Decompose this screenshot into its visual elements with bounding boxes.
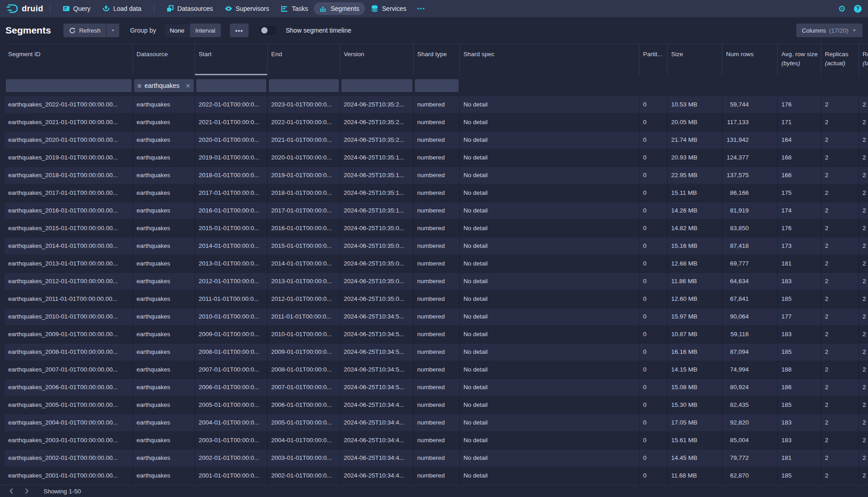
cell-segment_id[interactable]: earthquakes_2010-01-01T00:00:00.00... xyxy=(5,308,133,326)
cell-end[interactable]: 2009-01-01T00:00:0... xyxy=(268,343,340,361)
cell-replicas[interactable]: 2 xyxy=(821,237,859,255)
nav-item-load-data[interactable]: Load data xyxy=(97,2,147,15)
cell-replicas[interactable]: 2 xyxy=(821,149,859,167)
cell-shard_spec[interactable]: No detail xyxy=(460,114,639,131)
cell-version[interactable]: 2024-06-25T10:34:5... xyxy=(340,326,414,343)
cell-replicas[interactable]: 2 xyxy=(821,167,859,184)
table-row[interactable]: earthquakes_2007-01-01T00:00:00.00...ear… xyxy=(5,361,868,379)
cell-version[interactable]: 2024-06-25T10:35:2... xyxy=(340,96,414,114)
cell-end[interactable]: 2004-01-01T00:00:0... xyxy=(268,432,340,449)
cell-version[interactable]: 2024-06-25T10:35:0... xyxy=(340,237,414,255)
cell-avg_row_size[interactable]: 188 xyxy=(778,361,821,379)
cell-replicas[interactable]: 2 xyxy=(821,361,859,379)
cell-num_rows[interactable]: 87,418 xyxy=(722,237,778,255)
cell-partition[interactable]: 0 xyxy=(639,290,668,308)
cell-datasource[interactable]: earthquakes xyxy=(133,131,195,149)
cell-version[interactable]: 2024-06-25T10:34:4... xyxy=(340,432,414,449)
nav-item-datasources[interactable]: Datasources xyxy=(161,2,219,15)
refresh-caret-button[interactable] xyxy=(107,24,119,37)
cell-size[interactable]: 14.15 MB xyxy=(668,361,722,379)
table-row[interactable]: earthquakes_2011-01-01T00:00:00.00...ear… xyxy=(5,290,868,308)
cell-size[interactable]: 20.05 MB xyxy=(668,114,722,131)
cell-shard_spec[interactable]: No detail xyxy=(460,467,639,485)
cell-replication_factor[interactable]: 2 xyxy=(859,290,868,308)
cell-size[interactable]: 11.68 MB xyxy=(668,467,722,485)
cell-end[interactable]: 2022-01-01T00:00:0... xyxy=(268,114,340,131)
cell-replication_factor[interactable]: 2 xyxy=(859,361,868,379)
cell-avg_row_size[interactable]: 183 xyxy=(778,414,821,432)
cell-num_rows[interactable]: 137,575 xyxy=(722,167,778,184)
cell-shard_spec[interactable]: No detail xyxy=(460,379,639,396)
cell-start[interactable]: 2012-01-01T00:00:0... xyxy=(195,273,268,290)
cell-num_rows[interactable]: 124,377 xyxy=(722,149,778,167)
cell-start[interactable]: 2011-01-01T00:00:0... xyxy=(195,290,268,308)
cell-datasource[interactable]: earthquakes xyxy=(133,396,195,414)
cell-avg_row_size[interactable]: 185 xyxy=(778,290,821,308)
cell-segment_id[interactable]: earthquakes_2015-01-01T00:00:00.00... xyxy=(5,220,133,237)
cell-datasource[interactable]: earthquakes xyxy=(133,414,195,432)
cell-replicas[interactable]: 2 xyxy=(821,290,859,308)
cell-shard_type[interactable]: numbered xyxy=(414,255,460,273)
nav-item-services[interactable]: Services xyxy=(365,2,412,15)
cell-version[interactable]: 2024-06-25T10:35:0... xyxy=(340,290,414,308)
cell-avg_row_size[interactable]: 181 xyxy=(778,255,821,273)
cell-datasource[interactable]: earthquakes xyxy=(133,308,195,326)
cell-size[interactable]: 14.26 MB xyxy=(668,202,722,220)
cell-start[interactable]: 2006-01-01T00:00:0... xyxy=(195,379,268,396)
column-header-avg_row_size[interactable]: Avg. row size(bytes) xyxy=(778,44,821,75)
cell-version[interactable]: 2024-06-25T10:35:0... xyxy=(340,273,414,290)
cell-replicas[interactable]: 2 xyxy=(821,202,859,220)
column-header-start[interactable]: Start xyxy=(195,44,268,75)
cell-size[interactable]: 16.16 MB xyxy=(668,343,722,361)
cell-end[interactable]: 2013-01-01T00:00:0... xyxy=(268,273,340,290)
cell-end[interactable]: 2018-01-01T00:00:0... xyxy=(268,184,340,202)
cell-replicas[interactable]: 2 xyxy=(821,96,859,114)
cell-shard_spec[interactable]: No detail xyxy=(460,343,639,361)
cell-shard_spec[interactable]: No detail xyxy=(460,432,639,449)
cell-datasource[interactable]: earthquakes xyxy=(133,237,195,255)
cell-segment_id[interactable]: earthquakes_2006-01-01T00:00:00.00... xyxy=(5,379,133,396)
cell-start[interactable]: 2019-01-01T00:00:0... xyxy=(195,149,268,167)
cell-replication_factor[interactable]: 2 xyxy=(859,96,868,114)
table-row[interactable]: earthquakes_2012-01-01T00:00:00.00...ear… xyxy=(5,273,868,290)
filter-input-datasource[interactable]: =earthquakes✕ xyxy=(134,79,194,92)
table-row[interactable]: earthquakes_2018-01-01T00:00:00.00...ear… xyxy=(5,167,868,184)
cell-end[interactable]: 2023-01-01T00:00:0... xyxy=(268,96,340,114)
segment-timeline-toggle[interactable] xyxy=(259,26,277,35)
toolbar-more-button[interactable]: ••• xyxy=(230,24,249,37)
cell-size[interactable]: 15.16 MB xyxy=(668,237,722,255)
nav-item-query[interactable]: Query xyxy=(57,2,97,15)
cell-segment_id[interactable]: earthquakes_2001-01-01T00:00:00.00... xyxy=(5,467,133,485)
filter-input-end[interactable] xyxy=(269,79,339,92)
cell-avg_row_size[interactable]: 171 xyxy=(778,114,821,131)
cell-avg_row_size[interactable]: 175 xyxy=(778,184,821,202)
cell-segment_id[interactable]: earthquakes_2014-01-01T00:00:00.00... xyxy=(5,237,133,255)
cell-num_rows[interactable]: 59,116 xyxy=(722,326,778,343)
cell-size[interactable]: 10.87 MB xyxy=(668,326,722,343)
cell-version[interactable]: 2024-06-25T10:35:0... xyxy=(340,220,414,237)
cell-start[interactable]: 2001-01-01T00:00:0... xyxy=(195,467,268,485)
cell-start[interactable]: 2022-01-01T00:00:0... xyxy=(195,96,268,114)
table-row[interactable]: earthquakes_2006-01-01T00:00:00.00...ear… xyxy=(5,379,868,396)
cell-size[interactable]: 17.05 MB xyxy=(668,414,722,432)
cell-version[interactable]: 2024-06-25T10:34:4... xyxy=(340,414,414,432)
cell-replicas[interactable]: 2 xyxy=(821,273,859,290)
cell-shard_type[interactable]: numbered xyxy=(414,396,460,414)
cell-replication_factor[interactable]: 2 xyxy=(859,114,868,131)
cell-avg_row_size[interactable]: 176 xyxy=(778,220,821,237)
group-by-option-none[interactable]: None xyxy=(164,24,190,37)
cell-shard_spec[interactable]: No detail xyxy=(460,96,639,114)
cell-partition[interactable]: 0 xyxy=(639,343,668,361)
cell-version[interactable]: 2024-06-25T10:34:5... xyxy=(340,343,414,361)
cell-start[interactable]: 2010-01-01T00:00:0... xyxy=(195,308,268,326)
cell-size[interactable]: 15.11 MB xyxy=(668,184,722,202)
cell-size[interactable]: 15.97 MB xyxy=(668,308,722,326)
cell-segment_id[interactable]: earthquakes_2002-01-01T00:00:00.00... xyxy=(5,449,133,467)
cell-shard_type[interactable]: numbered xyxy=(414,379,460,396)
cell-replication_factor[interactable]: 2 xyxy=(859,167,868,184)
column-header-num_rows[interactable]: Num rows xyxy=(722,44,778,75)
cell-avg_row_size[interactable]: 186 xyxy=(778,379,821,396)
cell-start[interactable]: 2018-01-01T00:00:0... xyxy=(195,167,268,184)
cell-replicas[interactable]: 2 xyxy=(821,449,859,467)
cell-partition[interactable]: 0 xyxy=(639,432,668,449)
